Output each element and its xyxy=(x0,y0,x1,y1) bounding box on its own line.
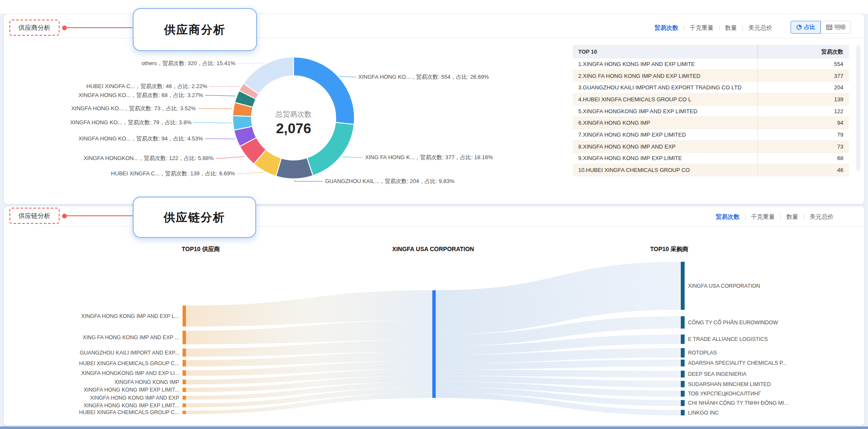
company-name-cell: 8.XINGFA HONG KONG IMP AND EXP xyxy=(573,143,757,150)
connector-dot xyxy=(62,26,67,30)
trade-count-cell: 46 xyxy=(757,164,849,176)
trade-count-cell: 68 xyxy=(757,153,849,164)
toggle-button-明细[interactable]: 明细 xyxy=(821,21,851,34)
top10-table: TOP 10 贸易次数 1.XINGFA HONG KONG IMP AND E… xyxy=(573,45,849,176)
trade-count-cell: 73 xyxy=(757,141,849,152)
chain-callout: 供应链分析 xyxy=(133,197,256,238)
sankey-right-column-header: TOP10 采购商 xyxy=(635,246,703,253)
chain-section-tag[interactable]: 供应链分析 xyxy=(9,208,60,224)
supplier-tag-label: 供应商分析 xyxy=(19,24,51,32)
tab-separator xyxy=(719,26,720,31)
supply-chain-card xyxy=(3,206,865,426)
company-name-cell: 5.XINGFA HONGKONG IMP AND EXP LIMITED xyxy=(573,108,757,114)
tab-separator xyxy=(742,26,743,31)
company-name-cell: 3.GUANGZHOU KAILI IMPORT AND EXPORT TRAD… xyxy=(573,84,757,91)
tab-separator xyxy=(780,214,781,220)
table-row: 9.XINGFA HONG KONG IMP EXP LIMITE68 xyxy=(573,153,849,165)
connector-line xyxy=(65,27,144,28)
top-strip xyxy=(0,0,868,14)
company-name-cell: 1.XINGFA HONG KONG IMP AND EXP LIMITE xyxy=(573,61,757,67)
table-row: 5.XINGFA HONGKONG IMP AND EXP LIMITED122 xyxy=(573,106,849,117)
trade-count-cell: 554 xyxy=(757,58,849,70)
table-row: 6.XINGFA HONG KONG IMP94 xyxy=(573,117,849,129)
company-name-cell: 4.HUBEI XINGFA CHEMICALS GROUP CO L xyxy=(573,96,757,103)
trade-count-cell: 377 xyxy=(757,70,849,82)
view-toggle-group: 占比明细 xyxy=(791,21,851,34)
trade-count-cell: 204 xyxy=(757,82,849,93)
sankey-middle-column-header: XINGFA USA CORPORATION xyxy=(382,246,484,252)
tab-separator xyxy=(804,214,804,220)
company-name-cell: 6.XINGFA HONG KONG IMP xyxy=(573,120,757,126)
table-row: 4.HUBEI XINGFA CHEMICALS GROUP CO L139 xyxy=(573,94,849,106)
tab-千克重量[interactable]: 千克重量 xyxy=(751,213,775,221)
table-icon xyxy=(826,24,832,30)
supplier-callout-label: 供应商分析 xyxy=(164,22,226,37)
tab-separator xyxy=(684,26,684,31)
trade-count-cell: 122 xyxy=(757,106,849,117)
tab-数量[interactable]: 数量 xyxy=(786,213,798,221)
company-name-cell: 9.XINGFA HONG KONG IMP EXP LIMITE xyxy=(573,155,757,161)
connector-dot xyxy=(62,214,67,218)
table-header-name: TOP 10 xyxy=(573,49,757,55)
chain-metric-tabs: 贸易次数千克重量数量美元总价 xyxy=(716,212,834,222)
tab-贸易次数[interactable]: 贸易次数 xyxy=(654,24,678,32)
toggle-button-占比[interactable]: 占比 xyxy=(791,21,821,34)
supplier-section-tag[interactable]: 供应商分析 xyxy=(9,20,60,36)
company-name-cell: 7.XINGFA HONG KONG IMP EXP LIMITED xyxy=(573,132,757,138)
bottom-scroll-strip[interactable] xyxy=(0,426,868,429)
chain-callout-label: 供应链分析 xyxy=(164,210,226,225)
sankey-left-column-header: TOP10 供应商 xyxy=(167,246,235,253)
table-row: 3.GUANGZHOU KAILI IMPORT AND EXPORT TRAD… xyxy=(573,82,849,94)
table-scrollbar[interactable] xyxy=(856,45,860,171)
table-row: 2.XING FA HONG KONG IMP AND EXP LIMITED3… xyxy=(573,70,849,82)
tab-separator xyxy=(745,214,745,220)
table-header-value: 贸易次数 xyxy=(757,46,849,58)
trade-count-cell: 139 xyxy=(757,94,849,105)
tab-贸易次数[interactable]: 贸易次数 xyxy=(716,213,740,221)
company-name-cell: 2.XING FA HONG KONG IMP AND EXP LIMITED xyxy=(573,73,757,79)
toggle-label: 占比 xyxy=(804,23,815,31)
tab-数量[interactable]: 数量 xyxy=(725,24,737,32)
pie-icon xyxy=(796,24,802,30)
table-row: 10.HUBEI XINGFA CHEMICALS GROUP CO46 xyxy=(573,164,849,176)
supplier-metric-tabs: 贸易次数千克重量数量美元总价 xyxy=(654,23,772,33)
table-body: 1.XINGFA HONG KONG IMP AND EXP LIMITE554… xyxy=(573,58,849,176)
tab-千克重量[interactable]: 千克重量 xyxy=(690,24,714,32)
tab-美元总价[interactable]: 美元总价 xyxy=(748,24,772,32)
company-name-cell: 10.HUBEI XINGFA CHEMICALS GROUP CO xyxy=(573,167,757,173)
table-row: 7.XINGFA HONG KONG IMP EXP LIMITED79 xyxy=(573,129,849,141)
trade-count-cell: 79 xyxy=(757,129,849,140)
chain-tag-label: 供应链分析 xyxy=(19,212,51,220)
table-header-row: TOP 10 贸易次数 xyxy=(573,45,849,58)
trade-count-cell: 94 xyxy=(757,117,849,129)
toggle-label: 明细 xyxy=(834,23,845,31)
connector-line xyxy=(65,215,144,216)
table-row: 8.XINGFA HONG KONG IMP AND EXP73 xyxy=(573,141,849,153)
supplier-callout: 供应商分析 xyxy=(133,8,257,51)
tab-美元总价[interactable]: 美元总价 xyxy=(810,213,834,221)
table-row: 1.XINGFA HONG KONG IMP AND EXP LIMITE554 xyxy=(573,58,849,70)
